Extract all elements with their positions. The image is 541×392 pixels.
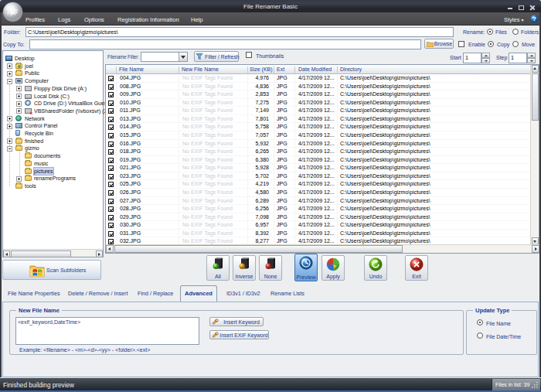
svg-text:?: ? (532, 15, 536, 22)
